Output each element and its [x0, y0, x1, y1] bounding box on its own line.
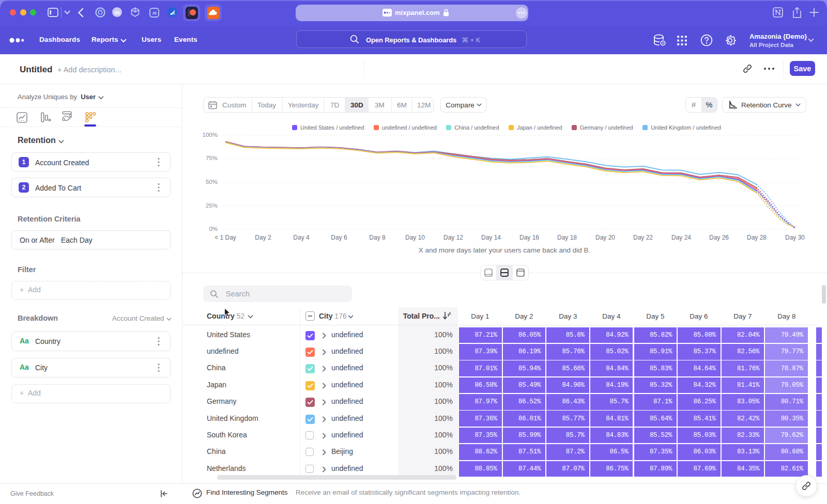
svg-text:JS: JS	[152, 11, 157, 15]
